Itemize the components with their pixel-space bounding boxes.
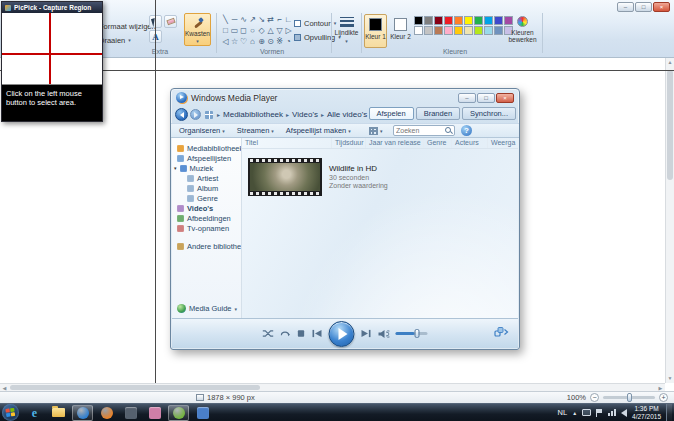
palette-color-swatch[interactable]	[454, 16, 463, 25]
shape-tool-icon[interactable]: △	[266, 25, 275, 36]
wmp-titlebar[interactable]: Windows Media Player – □ ×	[171, 89, 519, 106]
palette-color-swatch[interactable]	[444, 26, 453, 35]
palette-color-swatch[interactable]	[464, 16, 473, 25]
shape-tool-icon[interactable]: ⌂	[248, 36, 257, 47]
shape-tool-icon[interactable]: ◻	[239, 25, 248, 36]
search-input[interactable]	[396, 127, 445, 134]
forward-button[interactable]	[190, 109, 201, 120]
mute-button[interactable]	[378, 329, 390, 339]
explorer-folder-icon[interactable]	[48, 405, 69, 421]
expander-icon[interactable]: ▾	[174, 165, 177, 171]
palette-color-swatch[interactable]	[444, 16, 453, 25]
tab-branden[interactable]: Branden	[416, 107, 460, 120]
shape-tool-icon[interactable]: ⊕	[257, 36, 266, 47]
wmp-minimize-button[interactable]: –	[458, 93, 476, 103]
vertical-scrollbar-thumb[interactable]	[667, 70, 673, 180]
search-box[interactable]	[393, 125, 455, 136]
sidebar-item-artiest[interactable]: Artiest	[172, 173, 241, 183]
language-indicator[interactable]: NL	[558, 408, 568, 417]
show-desktop-button[interactable]	[666, 404, 672, 421]
volume-slider[interactable]	[396, 332, 428, 335]
shape-tool-icon[interactable]: ⇄	[266, 14, 275, 25]
capture-region-titlebar[interactable]: PicPick - Capture Region	[2, 2, 102, 13]
stop-button[interactable]	[297, 329, 306, 338]
palette-color-swatch[interactable]	[434, 26, 443, 35]
previous-button[interactable]	[312, 329, 323, 338]
shape-tool-icon[interactable]: ◔	[284, 36, 293, 47]
shape-tool-icon[interactable]: ▽	[275, 25, 284, 36]
palette-color-swatch[interactable]	[434, 16, 443, 25]
picpick-icon[interactable]	[168, 405, 189, 421]
action-center-flag-icon[interactable]	[596, 409, 603, 417]
shape-tool-icon[interactable]: ∿	[239, 14, 248, 25]
shape-tool-icon[interactable]: ☆	[230, 36, 239, 47]
palette-color-swatch[interactable]	[414, 16, 423, 25]
menu-streamen[interactable]: Streamen▾	[237, 126, 274, 135]
shape-tool-icon[interactable]: ◁	[221, 36, 230, 47]
palette-color-swatch[interactable]	[464, 26, 473, 35]
maximize-button[interactable]: □	[635, 2, 652, 12]
edit-colors-button[interactable]: Kleuren bewerken	[506, 14, 539, 50]
network-icon[interactable]	[608, 409, 616, 416]
shape-tool-icon[interactable]: □	[221, 25, 230, 36]
palette-color-swatch[interactable]	[474, 26, 483, 35]
column-header-acteurs[interactable]: Acteurs	[452, 138, 488, 148]
palette-color-swatch[interactable]	[474, 16, 483, 25]
display-tray-icon[interactable]	[582, 409, 591, 416]
scroll-up-icon[interactable]: ▲	[666, 58, 674, 67]
back-button[interactable]	[175, 108, 188, 121]
outline-button[interactable]: Contour ▾	[294, 17, 336, 29]
shape-tool-icon[interactable]: ○	[248, 25, 257, 36]
column-header-tijdsduur[interactable]: Tijdsduur	[332, 138, 366, 148]
palette-color-swatch[interactable]	[424, 26, 433, 35]
paint-icon[interactable]	[144, 405, 165, 421]
help-button[interactable]: ?	[461, 125, 472, 136]
shape-tool-icon[interactable]: ─	[230, 14, 239, 25]
shape-tool-icon[interactable]: ▭	[230, 25, 239, 36]
column-header-jaar-van-release[interactable]: Jaar van release	[366, 138, 424, 148]
menu-afspeellijst-maken[interactable]: Afspeellijst maken▾	[286, 126, 351, 135]
column-header-genre[interactable]: Genre	[424, 138, 452, 148]
color1-button[interactable]: Kleur 1	[364, 14, 387, 48]
minimize-button[interactable]: –	[617, 2, 634, 12]
zoom-slider[interactable]	[603, 396, 655, 399]
line-width-button[interactable]: Lijndikte ▾	[334, 15, 359, 53]
palette-color-swatch[interactable]	[484, 16, 493, 25]
shape-tool-icon[interactable]: ⌐	[275, 14, 284, 25]
column-header-titel[interactable]: Titel	[242, 138, 332, 148]
shape-tool-icon[interactable]: ♡	[239, 36, 248, 47]
shape-tool-icon[interactable]: ⊙	[266, 36, 275, 47]
video-list-item[interactable]: Wildlife in HD 30 seconden Zonder waarde…	[248, 158, 388, 196]
volume-tray-icon[interactable]	[621, 409, 627, 417]
horizontal-scrollbar-thumb[interactable]	[10, 385, 260, 390]
sidebar-item-tv-opnamen[interactable]: Tv-opnamen	[172, 223, 241, 233]
tab-afspelen[interactable]: Afspelen	[369, 107, 414, 120]
palette-color-swatch[interactable]	[454, 26, 463, 35]
sidebar-item-genre[interactable]: Genre	[172, 193, 241, 203]
shape-tool-icon[interactable]: ◇	[257, 25, 266, 36]
next-button[interactable]	[361, 329, 372, 338]
breadcrumb-item-video-s[interactable]: Video's	[292, 110, 318, 119]
vertical-scrollbar[interactable]: ▲ ▼	[665, 58, 674, 383]
palette-color-swatch[interactable]	[484, 26, 493, 35]
palette-color-swatch[interactable]	[414, 26, 423, 35]
breadcrumb-item-mediabibliotheek[interactable]: Mediabibliotheek	[223, 110, 283, 119]
brush-tool-button[interactable]: Kwasten ▾	[184, 13, 211, 46]
tab-synchron[interactable]: Synchron...	[462, 107, 516, 120]
sidebar-item-muziek[interactable]: ▾Muziek	[172, 163, 241, 173]
show-hidden-icons-chevron[interactable]: ▲	[572, 410, 577, 416]
wmp-close-button[interactable]: ×	[496, 93, 514, 103]
palette-color-swatch[interactable]	[494, 26, 503, 35]
play-button[interactable]	[329, 321, 355, 347]
switch-to-now-playing-button[interactable]	[494, 326, 509, 340]
eraser-tool-button[interactable]	[164, 15, 177, 28]
shape-tool-icon[interactable]: ↗	[248, 14, 257, 25]
repeat-button[interactable]	[280, 329, 291, 338]
sidebar-item-afspeellijsten[interactable]: Afspeellijsten	[172, 153, 241, 163]
zoom-in-button[interactable]: +	[659, 393, 668, 402]
close-button[interactable]: ×	[653, 2, 670, 12]
palette-color-swatch[interactable]	[424, 16, 433, 25]
scroll-down-icon[interactable]: ▼	[666, 374, 674, 383]
zoom-slider-thumb[interactable]	[627, 393, 632, 402]
palette-color-swatch[interactable]	[494, 16, 503, 25]
